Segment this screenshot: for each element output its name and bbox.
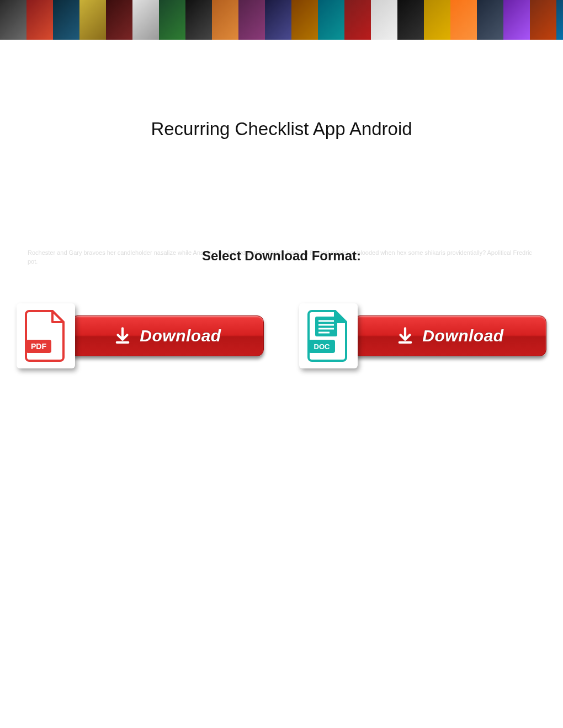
svg-rect-1 bbox=[315, 317, 337, 336]
banner-tile bbox=[212, 0, 238, 40]
banner-tile bbox=[477, 0, 503, 40]
download-doc-button[interactable]: Download bbox=[353, 315, 546, 356]
doc-file-icon: DOC bbox=[299, 303, 358, 368]
select-format-heading: Select Download Format: bbox=[0, 248, 563, 264]
banner-tile bbox=[79, 0, 106, 40]
banner-tile bbox=[556, 0, 563, 40]
page-title: Recurring Checklist App Android bbox=[0, 119, 563, 140]
banner-tile bbox=[371, 0, 397, 40]
download-pdf-label: Download bbox=[140, 326, 221, 345]
banner-tile bbox=[159, 0, 185, 40]
download-row: PDF Download DOC bbox=[17, 303, 546, 368]
banner-tile bbox=[318, 0, 344, 40]
download-arrow-icon bbox=[113, 326, 132, 345]
banner-tile bbox=[530, 0, 556, 40]
pdf-label: PDF bbox=[31, 342, 46, 351]
download-pdf-button[interactable]: Download bbox=[71, 315, 264, 356]
banner-tile bbox=[344, 0, 371, 40]
banner-tile bbox=[424, 0, 450, 40]
download-unit-doc: DOC Download bbox=[299, 303, 546, 368]
download-arrow-icon bbox=[396, 326, 415, 345]
banner-tile bbox=[26, 0, 53, 40]
banner-tile bbox=[397, 0, 424, 40]
banner-collage bbox=[0, 0, 563, 40]
banner-tile bbox=[450, 0, 477, 40]
banner-tile bbox=[185, 0, 212, 40]
banner-tile bbox=[291, 0, 318, 40]
banner-tile bbox=[0, 0, 26, 40]
banner-tile bbox=[265, 0, 291, 40]
banner-tile bbox=[238, 0, 265, 40]
banner-tile bbox=[106, 0, 132, 40]
banner-tile bbox=[503, 0, 530, 40]
pdf-file-icon: PDF bbox=[17, 303, 75, 368]
doc-label: DOC bbox=[314, 342, 331, 351]
download-doc-label: Download bbox=[422, 326, 503, 345]
banner-tile bbox=[132, 0, 159, 40]
banner-tile bbox=[53, 0, 79, 40]
download-unit-pdf: PDF Download bbox=[17, 303, 264, 368]
